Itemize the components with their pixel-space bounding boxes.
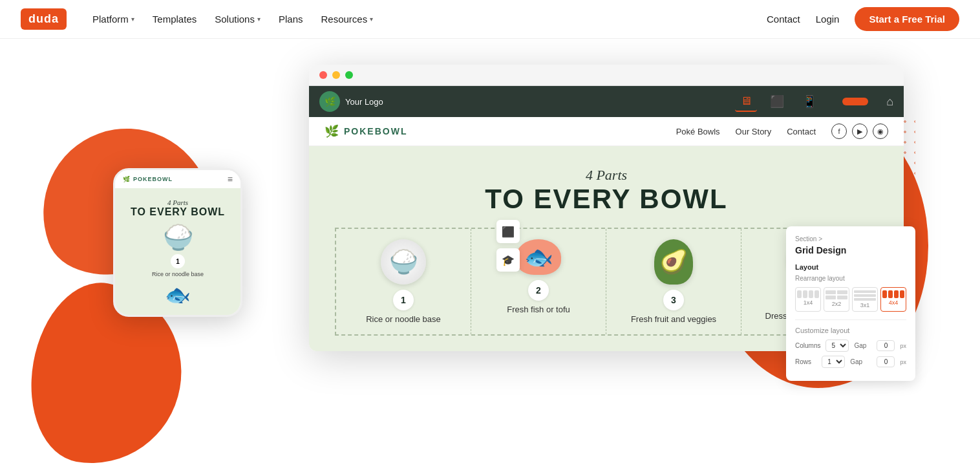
nav-platform[interactable]: Platform ▾	[92, 14, 134, 25]
grid-number-2: 2	[528, 280, 549, 301]
widgets-icon[interactable]: 🎓	[496, 248, 520, 272]
rows-gap-unit: px	[900, 359, 906, 365]
phone-frame: 🌿 POKEBOWL ≡ 4 Parts TO EVERY BOWL 🍚 1 R…	[113, 168, 242, 317]
gap-label: Gap	[854, 342, 871, 349]
nav-templates[interactable]: Templates	[153, 14, 197, 25]
fish-image: 🐟	[516, 239, 561, 275]
phone-hero-section: 4 Parts TO EVERY BOWL 🍚 1 Rice or noodle…	[115, 188, 240, 315]
rows-label: Rows	[795, 358, 816, 365]
grid-item-3: 🥑 3 Fresh fruit and veggies	[606, 229, 741, 334]
main-content: 🌿 POKEBOWL ≡ 4 Parts TO EVERY BOWL 🍚 1 R…	[0, 39, 980, 474]
phone-item-number: 1	[171, 254, 185, 268]
phone-status-bar: 🌿 POKEBOWL ≡	[115, 170, 240, 188]
phone-salmon-image: 🐟	[123, 283, 233, 307]
rows-gap-label: Gap	[850, 358, 871, 365]
customize-title: Customize layout	[795, 327, 906, 334]
rows-row: Rows 1 2 3 Gap px	[795, 356, 906, 368]
chevron-down-icon: ▾	[131, 16, 134, 23]
editor-toolbar: 🌿 Your Logo 🖥 ⬛ 📱 ⌂	[309, 86, 904, 117]
rice-image: 🍚	[381, 239, 426, 285]
panel-title: Grid Design	[795, 245, 906, 255]
panel-breadcrumb: Section >	[795, 235, 906, 242]
mobile-view-button[interactable]: 📱	[797, 92, 822, 112]
start-trial-button[interactable]: Start a Free Trial	[855, 7, 959, 31]
nav-plans[interactable]: Plans	[279, 14, 303, 25]
grid-label-3: Fresh fruit and veggies	[614, 314, 733, 324]
site-nav-story[interactable]: Our Story	[736, 127, 772, 136]
rows-select[interactable]: 1 2 3	[822, 356, 845, 368]
browser-toolbar	[309, 65, 904, 86]
editor-devices: 🖥 ⬛ 📱	[735, 92, 822, 112]
panel-divider	[795, 319, 906, 320]
browser-dot-red	[319, 71, 327, 79]
editor-logo: 🌿 Your Logo	[319, 91, 383, 112]
grid-number-1: 1	[393, 290, 414, 310]
site-brand: 🌿 POKEBOWL	[325, 124, 407, 138]
layout-label-2x2: 2x2	[832, 301, 842, 307]
layout-option-2x2[interactable]: 2x2	[824, 287, 849, 312]
grid-item-2: 🐟 2 Fresh fish or tofu	[471, 229, 606, 334]
youtube-icon[interactable]: ▶	[852, 124, 868, 139]
site-social-links: f ▶ ◉	[831, 124, 888, 139]
layout-label-3x1: 3x1	[860, 302, 870, 308]
columns-select[interactable]: 5 1 2 3 4	[826, 339, 849, 352]
layout-option-3x1[interactable]: 3x1	[852, 287, 878, 312]
hero-subtitle: 4 Parts	[335, 167, 878, 184]
grid-number-3: 3	[663, 290, 684, 310]
facebook-icon[interactable]: f	[831, 124, 847, 139]
gap-unit: px	[900, 343, 906, 349]
editor-logo-icon: 🌿	[319, 91, 340, 112]
panel-layout-label: Layout	[795, 263, 906, 271]
chevron-down-icon: ▾	[370, 16, 373, 23]
grid-label-2: Fresh fish or tofu	[479, 305, 598, 314]
site-brand-icon: 🌿	[325, 124, 339, 138]
tablet-view-button[interactable]: ⬛	[765, 92, 789, 112]
grid-label-1: Rice or noodle base	[344, 314, 463, 324]
columns-row: Columns 5 1 2 3 4 Gap px	[795, 339, 906, 352]
nav-right: Contact Login Start a Free Trial	[767, 7, 959, 31]
site-navigation: 🌿 POKEBOWL Poké Bowls Our Story Contact …	[309, 117, 904, 146]
editor-home-icon[interactable]: ⌂	[886, 95, 893, 109]
instagram-icon[interactable]: ◉	[873, 124, 888, 139]
layout-option-4x4[interactable]: 4x4	[880, 287, 906, 312]
layout-label-1x4: 1x4	[804, 299, 813, 306]
columns-label: Columns	[795, 342, 820, 349]
logo[interactable]: duda	[21, 8, 67, 30]
nav-solutions[interactable]: Solutions ▾	[215, 14, 261, 25]
login-link[interactable]: Login	[816, 14, 840, 25]
avocado-image: 🥑	[654, 239, 693, 285]
grid-item-1: 🍚 1 Rice or noodle base	[336, 229, 471, 334]
contact-link[interactable]: Contact	[767, 14, 800, 25]
site-nav-poke[interactable]: Poké Bowls	[676, 127, 720, 136]
hero-title: TO EVERY BOWL	[335, 184, 878, 215]
layers-icon[interactable]: ⬛	[496, 220, 520, 243]
nav-resources[interactable]: Resources ▾	[321, 14, 373, 25]
layout-options: 1x4 2x2 3x1	[795, 287, 906, 312]
site-nav-links: Poké Bowls Our Story Contact	[676, 127, 816, 136]
desktop-view-button[interactable]: 🖥	[735, 92, 757, 112]
phone-mockup: 🌿 POKEBOWL ≡ 4 Parts TO EVERY BOWL 🍚 1 R…	[113, 168, 242, 317]
phone-brand: 🌿 POKEBOWL	[123, 176, 173, 182]
editor-left-panel: ⬛ 🎓	[496, 220, 520, 272]
browser-dot-yellow	[332, 71, 340, 79]
editor-publish-button[interactable]	[842, 98, 868, 105]
nav-links: Platform ▾ Templates Solutions ▾ Plans R…	[92, 14, 767, 25]
browser-dot-green	[345, 71, 353, 79]
layout-label-4x4: 4x4	[889, 299, 899, 306]
phone-food-image: 🍚	[123, 223, 233, 252]
rows-gap-input[interactable]	[877, 356, 895, 367]
panel-rearrange-label: Rearrange layout	[795, 275, 906, 282]
site-nav-contact[interactable]: Contact	[787, 127, 816, 136]
chevron-down-icon: ▾	[257, 16, 261, 23]
gap-input[interactable]	[877, 340, 895, 351]
layout-option-1x4[interactable]: 1x4	[795, 287, 821, 312]
phone-menu-icon: ≡	[228, 174, 233, 184]
grid-design-panel: Section > Grid Design Layout Rearrange l…	[786, 226, 915, 381]
main-nav: duda Platform ▾ Templates Solutions ▾ Pl…	[0, 0, 980, 39]
phone-brand-icon: 🌿	[123, 176, 131, 182]
